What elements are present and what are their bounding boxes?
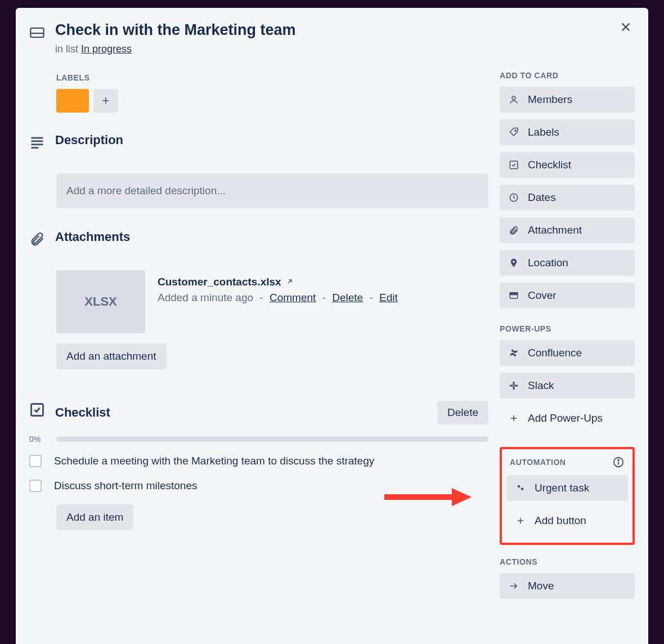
plus-icon bbox=[514, 515, 527, 527]
svg-rect-12 bbox=[510, 293, 518, 295]
attachment-comment-link[interactable]: Comment bbox=[270, 292, 316, 303]
add-automation-button[interactable]: Add button bbox=[506, 508, 628, 534]
automation-highlight-box: AUTOMATION Urgent task Add button bbox=[500, 447, 635, 545]
actions-heading: ACTIONS bbox=[500, 557, 635, 566]
svg-rect-9 bbox=[510, 161, 518, 169]
checklist-icon bbox=[29, 402, 45, 424]
progress-percent: 0% bbox=[29, 435, 48, 444]
description-icon bbox=[29, 134, 45, 156]
confluence-button[interactable]: Confluence bbox=[500, 340, 635, 366]
checklist-section: Checklist Delete bbox=[29, 401, 488, 424]
sidebar: ADD TO CARD Members Labels Checklist Dat… bbox=[500, 71, 635, 615]
attachment-delete-link[interactable]: Delete bbox=[332, 292, 363, 303]
close-icon bbox=[620, 21, 632, 35]
checklist-button[interactable]: Checklist bbox=[500, 152, 635, 178]
checklist-item-label[interactable]: Schedule a meeting with the Marketing te… bbox=[54, 455, 374, 467]
attachment-item: XLSX Customer_contacts.xlsx Added a minu… bbox=[56, 270, 488, 333]
add-label-button[interactable]: + bbox=[93, 89, 118, 113]
labels-row: + bbox=[56, 89, 488, 113]
attachment-thumbnail[interactable]: XLSX bbox=[56, 270, 145, 333]
urgent-task-button[interactable]: Urgent task bbox=[506, 475, 628, 501]
clock-icon bbox=[508, 191, 520, 204]
svg-rect-16 bbox=[514, 385, 518, 387]
add-checklist-item-button[interactable]: Add an item bbox=[56, 504, 133, 530]
paperclip-icon bbox=[508, 224, 520, 236]
location-button[interactable]: Location bbox=[500, 250, 635, 276]
plus-icon: + bbox=[102, 93, 110, 108]
attachment-edit-link[interactable]: Edit bbox=[379, 292, 398, 303]
checklist-item: Discuss short-term milestones bbox=[29, 480, 488, 492]
checklist-delete-button[interactable]: Delete bbox=[437, 401, 488, 424]
description-input[interactable]: Add a more detailed description... bbox=[56, 173, 488, 208]
checklist-title: Checklist bbox=[55, 405, 110, 420]
checklist-progress: 0% bbox=[29, 435, 488, 444]
card-modal: Check in with the Marketing team in list… bbox=[16, 8, 648, 644]
add-powerups-button[interactable]: Add Power-Ups bbox=[500, 405, 635, 431]
attachments-title: Attachments bbox=[55, 230, 488, 244]
card-header: Check in with the Marketing team in list… bbox=[29, 21, 635, 55]
svg-point-7 bbox=[512, 96, 515, 100]
move-button[interactable]: Move bbox=[500, 573, 635, 599]
svg-point-8 bbox=[515, 130, 516, 131]
attachment-actions: Added a minute ago - Comment - Delete - … bbox=[158, 292, 398, 304]
location-icon bbox=[508, 257, 520, 269]
attachment-name[interactable]: Customer_contacts.xlsx bbox=[158, 276, 294, 288]
members-button[interactable]: Members bbox=[500, 87, 635, 113]
person-icon bbox=[508, 93, 520, 106]
confluence-icon bbox=[508, 347, 520, 359]
automation-heading: AUTOMATION bbox=[510, 458, 566, 467]
close-button[interactable] bbox=[616, 18, 636, 38]
external-link-icon bbox=[286, 276, 294, 288]
attachment-icon bbox=[29, 231, 45, 253]
arrow-right-icon bbox=[508, 580, 520, 592]
labels-button[interactable]: Labels bbox=[500, 119, 635, 145]
description-title: Description bbox=[55, 133, 488, 147]
svg-rect-15 bbox=[510, 385, 514, 387]
svg-rect-14 bbox=[513, 386, 515, 390]
checkbox[interactable] bbox=[29, 480, 42, 492]
card-icon bbox=[29, 25, 45, 43]
tag-icon bbox=[508, 126, 520, 138]
add-to-card-heading: ADD TO CARD bbox=[500, 71, 635, 80]
cover-icon bbox=[508, 289, 520, 302]
cover-button[interactable]: Cover bbox=[500, 283, 635, 308]
description-section: Description bbox=[29, 133, 488, 156]
gears-icon bbox=[514, 482, 527, 494]
card-title[interactable]: Check in with the Marketing team bbox=[55, 21, 296, 39]
label-chip-orange[interactable] bbox=[56, 89, 89, 113]
main-column: LABELS + Description Add a more detailed… bbox=[29, 71, 488, 615]
slack-icon bbox=[508, 379, 520, 392]
check-square-icon bbox=[508, 159, 520, 171]
card-list-location: in list In progress bbox=[55, 43, 296, 55]
svg-point-19 bbox=[618, 459, 619, 460]
svg-rect-13 bbox=[513, 382, 515, 386]
svg-point-21 bbox=[521, 488, 524, 490]
checklist-item-label[interactable]: Discuss short-term milestones bbox=[54, 480, 197, 492]
attachments-section: Attachments bbox=[29, 230, 488, 253]
slack-button[interactable]: Slack bbox=[500, 373, 635, 399]
list-link[interactable]: In progress bbox=[81, 43, 132, 55]
svg-point-20 bbox=[518, 485, 521, 488]
checklist-item: Schedule a meeting with the Marketing te… bbox=[29, 455, 488, 467]
info-icon[interactable] bbox=[612, 456, 625, 468]
attachment-button[interactable]: Attachment bbox=[500, 217, 635, 243]
labels-heading: LABELS bbox=[56, 73, 488, 82]
add-attachment-button[interactable]: Add an attachment bbox=[56, 343, 167, 369]
plus-icon bbox=[508, 412, 520, 424]
dates-button[interactable]: Dates bbox=[500, 185, 635, 211]
powerups-heading: POWER-UPS bbox=[500, 324, 635, 333]
checkbox[interactable] bbox=[29, 455, 42, 467]
progress-bar bbox=[56, 436, 488, 442]
